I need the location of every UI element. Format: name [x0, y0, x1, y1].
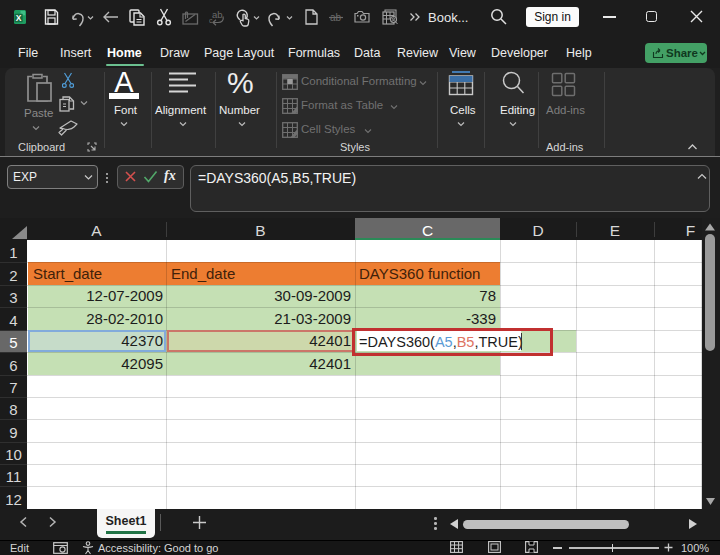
- svg-text:ab: ab: [212, 10, 223, 20]
- svg-text:c: c: [209, 17, 213, 24]
- svg-text:X: X: [16, 13, 22, 23]
